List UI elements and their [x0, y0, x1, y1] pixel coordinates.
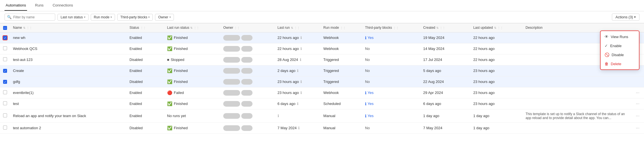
toolbar: 🔍 Last run status ▾ Run mode ▾ Third-par…	[0, 11, 644, 23]
column-options-icon[interactable]: ⋮⋮	[340, 26, 346, 29]
row-last-run-status: ✅ Finished	[164, 32, 220, 43]
column-options-icon[interactable]: ⋮⋮	[140, 26, 146, 29]
row-owner	[220, 43, 275, 54]
info-icon[interactable]: ℹ	[300, 47, 302, 51]
row-last-updated: 23 hours ago	[470, 98, 523, 109]
avatar	[241, 57, 253, 63]
row-name[interactable]: test	[10, 98, 127, 109]
search-box[interactable]: 🔍	[5, 14, 55, 21]
dropdown-item-view-runs[interactable]: 👁 View Runs	[601, 32, 639, 41]
row-created: 19 May 2024	[421, 32, 471, 43]
row-more-button[interactable]: ···	[634, 125, 641, 131]
tab-automations[interactable]: Automations	[5, 0, 27, 11]
row-last-run: 28 Aug 2024ℹ	[275, 54, 321, 65]
chevron-down-icon: ▾	[148, 16, 150, 19]
filter-last-run-status[interactable]: Last run status ▾	[57, 14, 88, 21]
avatar	[223, 79, 240, 85]
col-header-checkbox[interactable]: —	[0, 23, 10, 32]
column-options-icon[interactable]: ⋮⋮	[393, 26, 399, 29]
finished-icon: ✅	[167, 126, 172, 131]
column-options-icon[interactable]: ⋮⋮	[26, 26, 32, 29]
third-party-no: No	[365, 47, 417, 51]
row-owner	[220, 65, 275, 76]
actions-button[interactable]: Actions (3) ▾	[612, 14, 639, 21]
row-created: 1 day ago	[421, 109, 471, 122]
row-more-button[interactable]: ···	[634, 90, 641, 96]
table-row: Reload an app and notify your team on Sl…	[0, 109, 644, 122]
column-options-icon[interactable]: ⋮⋮	[234, 26, 240, 29]
info-icon[interactable]: ℹ	[297, 69, 298, 73]
table-row: ✓gdfgDisabled✅ Finished23 hours agoℹTrig…	[0, 76, 644, 87]
row-last-run-status: ✅ Finished	[164, 122, 220, 133]
info-icon[interactable]: ℹ	[300, 36, 302, 40]
column-options-icon[interactable]: ⋮⋮	[294, 26, 300, 29]
row-checkbox[interactable]	[3, 90, 7, 94]
sort-icon[interactable]: ⇅	[23, 26, 25, 29]
dropdown-item-disable[interactable]: 🚫 Disable	[601, 50, 639, 59]
info-circle-icon[interactable]: ℹ	[365, 36, 366, 40]
row-checkbox[interactable]	[3, 46, 7, 50]
info-icon[interactable]: ℹ	[300, 91, 302, 95]
row-checkbox[interactable]	[3, 101, 7, 105]
column-options-icon[interactable]: ⋮⋮	[497, 26, 503, 29]
filter-run-mode[interactable]: Run mode ▾	[91, 14, 115, 21]
info-circle-icon[interactable]: ℹ	[365, 102, 366, 106]
row-checkbox[interactable]: ✓	[3, 36, 7, 40]
row-name[interactable]: Reload an app and notify your team on Sl…	[10, 109, 127, 122]
row-last-run: ℹ	[275, 109, 321, 122]
row-run-mode: Triggered	[320, 65, 362, 76]
avatar	[241, 35, 253, 41]
row-checkbox[interactable]: ✓	[3, 69, 7, 73]
row-name[interactable]: test automation 2	[10, 122, 127, 133]
info-circle-icon[interactable]: ℹ	[365, 91, 366, 95]
info-icon[interactable]: ℹ	[300, 80, 302, 84]
column-options-icon[interactable]: ⋮⋮	[440, 26, 445, 29]
info-icon[interactable]: ℹ	[278, 114, 279, 118]
row-name[interactable]: Webhook QCS	[10, 43, 127, 54]
sort-icon[interactable]: ⇅	[291, 26, 293, 29]
automations-table: — Name ⇅ ⋮⋮ Status ⋮⋮	[0, 23, 644, 134]
row-last-run: 22 hours agoℹ	[275, 43, 321, 54]
row-checkbox-cell: ✓	[0, 32, 10, 43]
row-owner	[220, 109, 275, 122]
third-party-yes: ℹ Yes	[365, 91, 417, 95]
filter-owner[interactable]: Owner ▾	[155, 14, 174, 21]
row-name[interactable]: new wh	[10, 32, 127, 43]
sort-icon[interactable]: ⇅	[436, 26, 439, 29]
select-all-checkbox[interactable]: —	[3, 26, 7, 30]
row-status: Enabled	[127, 32, 164, 43]
info-icon[interactable]: ℹ	[298, 126, 300, 130]
chevron-down-icon: ▾	[634, 15, 636, 19]
row-name[interactable]: gdfg	[10, 76, 127, 87]
row-checkbox[interactable]	[3, 57, 7, 61]
info-icon[interactable]: ℹ	[297, 102, 298, 106]
row-last-updated: 23 hours ago	[470, 76, 523, 87]
row-name[interactable]: test-aut-123	[10, 54, 127, 65]
info-icon[interactable]: ℹ	[300, 58, 301, 62]
column-options-icon[interactable]: ⋮⋮	[194, 26, 199, 29]
sort-icon[interactable]: ⇅	[190, 26, 192, 29]
filter-third-party-blocks[interactable]: Third-party blocks ▾	[117, 14, 153, 21]
search-input[interactable]	[13, 15, 53, 19]
row-more-button[interactable]: ···	[634, 101, 641, 107]
row-actions-cell: ···	[631, 98, 644, 109]
row-checkbox[interactable]: ✓	[3, 80, 7, 84]
owner-avatar-group	[223, 101, 272, 107]
table-row: ✓new whEnabled✅ Finished22 hours agoℹWeb…	[0, 32, 644, 43]
row-checkbox[interactable]	[3, 113, 7, 117]
sort-icon[interactable]: ⇅	[494, 26, 496, 29]
dropdown-item-enable[interactable]: ✓ Enable	[601, 41, 639, 50]
info-circle-icon[interactable]: ℹ	[365, 114, 366, 118]
row-name[interactable]: Create	[10, 65, 127, 76]
row-checkbox[interactable]	[3, 126, 7, 130]
tab-connections[interactable]: Connections	[52, 0, 74, 11]
avatar	[241, 90, 253, 96]
row-name[interactable]: eventbrite(1)	[10, 87, 127, 98]
row-last-updated: 22 hours ago	[470, 54, 523, 65]
dropdown-item-delete[interactable]: 🗑 Delete	[601, 59, 639, 68]
row-third-party: ℹ Yes	[362, 32, 420, 43]
tab-runs[interactable]: Runs	[34, 0, 45, 11]
row-last-updated: 23 hours ago	[470, 87, 523, 98]
row-third-party: No	[362, 65, 420, 76]
row-more-button[interactable]: ···	[634, 113, 641, 119]
